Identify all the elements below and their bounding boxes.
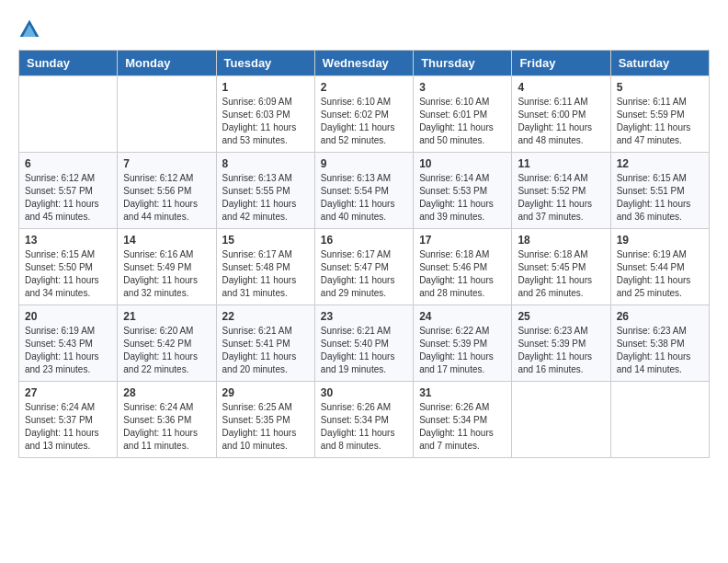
calendar-day-cell: 27Sunrise: 6:24 AMSunset: 5:37 PMDayligh… <box>19 382 118 458</box>
calendar-day-cell <box>19 76 118 153</box>
calendar-day-cell: 12Sunrise: 6:15 AMSunset: 5:51 PMDayligh… <box>610 153 709 229</box>
day-info: Sunrise: 6:26 AMSunset: 5:34 PMDaylight:… <box>419 401 506 453</box>
calendar-day-cell: 31Sunrise: 6:26 AMSunset: 5:34 PMDayligh… <box>414 382 512 458</box>
calendar-day-cell <box>118 76 216 153</box>
calendar-day-cell <box>610 382 709 458</box>
column-header-saturday: Saturday <box>610 51 709 76</box>
day-number: 14 <box>123 234 210 247</box>
calendar-day-cell: 9Sunrise: 6:13 AMSunset: 5:54 PMDaylight… <box>314 153 413 229</box>
day-number: 12 <box>617 157 703 170</box>
column-header-sunday: Sunday <box>19 51 118 76</box>
calendar-week-row: 20Sunrise: 6:19 AMSunset: 5:43 PMDayligh… <box>19 305 710 382</box>
day-number: 1 <box>222 81 309 94</box>
calendar-day-cell: 23Sunrise: 6:21 AMSunset: 5:40 PMDayligh… <box>314 305 413 382</box>
day-info: Sunrise: 6:25 AMSunset: 5:35 PMDaylight:… <box>222 401 309 453</box>
day-number: 3 <box>419 81 506 94</box>
day-info: Sunrise: 6:19 AMSunset: 5:44 PMDaylight:… <box>617 248 703 300</box>
day-number: 6 <box>25 157 111 170</box>
calendar-day-cell: 4Sunrise: 6:11 AMSunset: 6:00 PMDaylight… <box>512 76 610 153</box>
day-number: 17 <box>419 234 506 247</box>
calendar-day-cell: 21Sunrise: 6:20 AMSunset: 5:42 PMDayligh… <box>118 305 216 382</box>
calendar-day-cell: 14Sunrise: 6:16 AMSunset: 5:49 PMDayligh… <box>118 229 216 305</box>
day-number: 16 <box>321 234 407 247</box>
day-info: Sunrise: 6:14 AMSunset: 5:52 PMDaylight:… <box>518 172 604 224</box>
day-number: 2 <box>321 81 407 94</box>
day-info: Sunrise: 6:23 AMSunset: 5:38 PMDaylight:… <box>617 325 703 376</box>
day-info: Sunrise: 6:15 AMSunset: 5:51 PMDaylight:… <box>617 172 703 224</box>
day-number: 8 <box>222 157 309 170</box>
day-number: 9 <box>321 157 407 170</box>
day-number: 19 <box>617 234 703 247</box>
calendar-day-cell: 3Sunrise: 6:10 AMSunset: 6:01 PMDaylight… <box>414 76 512 153</box>
day-number: 5 <box>617 81 703 94</box>
calendar-week-row: 27Sunrise: 6:24 AMSunset: 5:37 PMDayligh… <box>19 382 710 458</box>
calendar-day-cell: 10Sunrise: 6:14 AMSunset: 5:53 PMDayligh… <box>414 153 512 229</box>
column-header-thursday: Thursday <box>414 51 512 76</box>
calendar-day-cell: 18Sunrise: 6:18 AMSunset: 5:45 PMDayligh… <box>512 229 610 305</box>
day-info: Sunrise: 6:17 AMSunset: 5:47 PMDaylight:… <box>321 248 407 300</box>
calendar-day-cell: 26Sunrise: 6:23 AMSunset: 5:38 PMDayligh… <box>610 305 709 382</box>
calendar-day-cell: 5Sunrise: 6:11 AMSunset: 5:59 PMDaylight… <box>610 76 709 153</box>
calendar-day-cell: 1Sunrise: 6:09 AMSunset: 6:03 PMDaylight… <box>216 76 314 153</box>
day-number: 30 <box>321 386 407 399</box>
day-info: Sunrise: 6:18 AMSunset: 5:45 PMDaylight:… <box>518 248 604 300</box>
day-info: Sunrise: 6:12 AMSunset: 5:57 PMDaylight:… <box>25 172 111 224</box>
day-number: 28 <box>123 386 210 399</box>
day-info: Sunrise: 6:17 AMSunset: 5:48 PMDaylight:… <box>222 248 309 300</box>
calendar-day-cell: 7Sunrise: 6:12 AMSunset: 5:56 PMDaylight… <box>118 153 216 229</box>
logo <box>18 18 44 40</box>
calendar-table: SundayMondayTuesdayWednesdayThursdayFrid… <box>18 50 710 458</box>
day-info: Sunrise: 6:10 AMSunset: 6:01 PMDaylight:… <box>419 96 506 147</box>
day-number: 15 <box>222 234 309 247</box>
calendar-day-cell: 29Sunrise: 6:25 AMSunset: 5:35 PMDayligh… <box>216 382 314 458</box>
column-header-wednesday: Wednesday <box>314 51 413 76</box>
day-info: Sunrise: 6:18 AMSunset: 5:46 PMDaylight:… <box>419 248 506 300</box>
day-number: 7 <box>123 157 210 170</box>
day-info: Sunrise: 6:16 AMSunset: 5:49 PMDaylight:… <box>123 248 210 300</box>
day-number: 22 <box>222 310 309 323</box>
day-number: 10 <box>419 157 506 170</box>
day-info: Sunrise: 6:26 AMSunset: 5:34 PMDaylight:… <box>321 401 407 453</box>
day-number: 24 <box>419 310 506 323</box>
day-number: 18 <box>518 234 604 247</box>
day-info: Sunrise: 6:13 AMSunset: 5:54 PMDaylight:… <box>321 172 407 224</box>
calendar-day-cell: 6Sunrise: 6:12 AMSunset: 5:57 PMDaylight… <box>19 153 118 229</box>
calendar-header-row: SundayMondayTuesdayWednesdayThursdayFrid… <box>19 51 710 76</box>
day-info: Sunrise: 6:12 AMSunset: 5:56 PMDaylight:… <box>123 172 210 224</box>
day-number: 23 <box>321 310 407 323</box>
day-info: Sunrise: 6:11 AMSunset: 6:00 PMDaylight:… <box>518 96 604 147</box>
calendar-day-cell: 2Sunrise: 6:10 AMSunset: 6:02 PMDaylight… <box>314 76 413 153</box>
page-header <box>18 18 710 40</box>
day-number: 25 <box>518 310 604 323</box>
day-number: 21 <box>123 310 210 323</box>
calendar-day-cell: 19Sunrise: 6:19 AMSunset: 5:44 PMDayligh… <box>610 229 709 305</box>
day-info: Sunrise: 6:13 AMSunset: 5:55 PMDaylight:… <box>222 172 309 224</box>
calendar-week-row: 1Sunrise: 6:09 AMSunset: 6:03 PMDaylight… <box>19 76 710 153</box>
calendar-day-cell: 28Sunrise: 6:24 AMSunset: 5:36 PMDayligh… <box>118 382 216 458</box>
day-number: 11 <box>518 157 604 170</box>
day-info: Sunrise: 6:24 AMSunset: 5:37 PMDaylight:… <box>25 401 111 453</box>
calendar-day-cell: 17Sunrise: 6:18 AMSunset: 5:46 PMDayligh… <box>414 229 512 305</box>
day-info: Sunrise: 6:24 AMSunset: 5:36 PMDaylight:… <box>123 401 210 453</box>
calendar-day-cell: 13Sunrise: 6:15 AMSunset: 5:50 PMDayligh… <box>19 229 118 305</box>
day-number: 31 <box>419 386 506 399</box>
day-number: 26 <box>617 310 703 323</box>
day-info: Sunrise: 6:15 AMSunset: 5:50 PMDaylight:… <box>25 248 111 300</box>
day-number: 20 <box>25 310 111 323</box>
day-number: 29 <box>222 386 309 399</box>
day-number: 27 <box>25 386 111 399</box>
day-info: Sunrise: 6:10 AMSunset: 6:02 PMDaylight:… <box>321 96 407 147</box>
column-header-tuesday: Tuesday <box>216 51 314 76</box>
calendar-day-cell: 15Sunrise: 6:17 AMSunset: 5:48 PMDayligh… <box>216 229 314 305</box>
calendar-week-row: 13Sunrise: 6:15 AMSunset: 5:50 PMDayligh… <box>19 229 710 305</box>
logo-icon <box>18 18 40 40</box>
day-info: Sunrise: 6:09 AMSunset: 6:03 PMDaylight:… <box>222 96 309 147</box>
day-info: Sunrise: 6:19 AMSunset: 5:43 PMDaylight:… <box>25 325 111 376</box>
day-info: Sunrise: 6:22 AMSunset: 5:39 PMDaylight:… <box>419 325 506 376</box>
calendar-week-row: 6Sunrise: 6:12 AMSunset: 5:57 PMDaylight… <box>19 153 710 229</box>
calendar-day-cell: 22Sunrise: 6:21 AMSunset: 5:41 PMDayligh… <box>216 305 314 382</box>
calendar-day-cell: 20Sunrise: 6:19 AMSunset: 5:43 PMDayligh… <box>19 305 118 382</box>
calendar-day-cell: 8Sunrise: 6:13 AMSunset: 5:55 PMDaylight… <box>216 153 314 229</box>
calendar-day-cell: 30Sunrise: 6:26 AMSunset: 5:34 PMDayligh… <box>314 382 413 458</box>
calendar-day-cell: 25Sunrise: 6:23 AMSunset: 5:39 PMDayligh… <box>512 305 610 382</box>
